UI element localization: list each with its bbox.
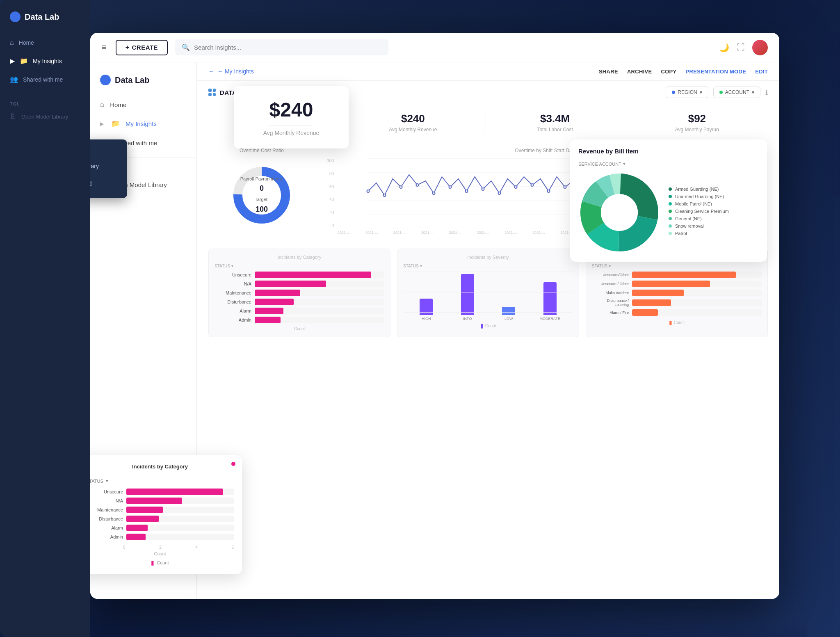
sidebar-item-myinsights[interactable]: ▶ 📁 My Insights [0, 52, 90, 70]
category-bar-chart: Unsecure N/A [215, 272, 384, 323]
bar-row-maintenance: Maintenance [215, 290, 384, 296]
copy-action[interactable]: COPY [661, 68, 677, 75]
archive-action[interactable]: ARCHIVE [627, 68, 652, 75]
presentation-action[interactable]: PRESENTATION MODE [686, 68, 746, 75]
sidebar-item-shared[interactable]: 👥 Shared with me [0, 70, 90, 89]
region-chevron-icon: ▾ [700, 89, 702, 95]
sidebar-divider-1 [0, 93, 90, 93]
legend-general: General (NE) [669, 216, 759, 221]
topbar: ≡ + CREATE 🔍 🌙 ⛶ [90, 33, 779, 62]
donut-label: Payroll Payrun Items: 0 Target: 100 [240, 176, 283, 215]
incidents-divider [90, 474, 234, 474]
type-bar-slaka: Slaka Incident [592, 290, 762, 296]
sidebar-myinsights[interactable]: ▶ 📁 My Insights [90, 114, 196, 133]
bar-label-na: N/A [215, 281, 251, 286]
sidebar-home-icon: ⌂ [100, 100, 104, 109]
browser-window: ≡ + CREATE 🔍 🌙 ⛶ Data Lab [90, 33, 779, 599]
inc-track-unsecure [126, 489, 234, 495]
legend-unarmed-label: Unarmed Guarding (NE) [675, 194, 724, 199]
type-label-5: Alarm / Fire [592, 311, 629, 315]
pie-legend: Armed Guarding (NE) Unarmed Guarding (NE… [669, 187, 759, 238]
incident-category-title: Incidents by Category [215, 255, 384, 260]
type-bar-unsecure-other: Unsecure/Other [592, 272, 762, 278]
dark-mode-icon[interactable]: 🌙 [719, 43, 729, 53]
pie-svg-wrap [578, 171, 660, 253]
type-fill-1 [632, 272, 736, 278]
payroll-items-label: Payroll Payrun Items: [240, 176, 283, 183]
pie-container: Armed Guarding (NE) Unarmed Guarding (NE… [578, 171, 759, 253]
create-button[interactable]: + CREATE [116, 40, 168, 55]
payroll-items-value: 0 [240, 183, 283, 194]
svg-point-33 [601, 194, 638, 231]
svg-point-14 [466, 190, 468, 192]
type-bar-disturbance: Disturbance / Loitering [592, 299, 762, 307]
type-track-3 [632, 290, 762, 296]
service-chevron-icon: ▾ [623, 161, 625, 167]
y-axis-100: 100 [327, 158, 334, 163]
app-name: Data Lab [25, 12, 59, 22]
sidebar-myinsights-label: My Insights [33, 58, 62, 64]
y-axis-60: 60 [329, 185, 334, 189]
inc-fill-na [126, 498, 182, 504]
plus-icon: + [126, 44, 130, 51]
inc-bar-disturbance: Disturbance [90, 516, 234, 522]
svg-point-9 [383, 194, 386, 196]
severity-bar-info: INFO [449, 274, 487, 321]
sidebar-home[interactable]: ⌂ Home [90, 95, 196, 114]
kpi-labor-cost-value: $3.4M [493, 112, 618, 125]
share-action[interactable]: SHARE [599, 68, 618, 75]
hamburger-icon[interactable]: ≡ [102, 43, 107, 52]
info-icon[interactable]: ℹ [765, 89, 768, 96]
kpi-avg-monthly-value: $240 [350, 112, 475, 125]
x-axis-inc: 0 2 4 6 [90, 543, 234, 550]
category-status-label: STATUS ▾ [215, 264, 384, 268]
y-axis-0: 0 [331, 224, 334, 228]
inc-track-maintenance [126, 507, 234, 513]
sidebar-app-name: Data Lab [115, 75, 149, 85]
user-avatar[interactable] [752, 40, 768, 55]
overtime-chart-title: Overtime Cost Ratio [208, 148, 315, 153]
service-account-filter[interactable]: SERVICE ACCOUNT ▾ [578, 161, 759, 167]
sidebar-home-text: Home [110, 101, 126, 108]
legend-snow-label: Snow removal [675, 224, 704, 228]
sidebar-item-home[interactable]: ⌂ Home [0, 34, 90, 52]
inc-fill-disturbance [126, 516, 159, 522]
region-filter[interactable]: REGION ▾ [666, 87, 708, 98]
type-label-4: Disturbance / Loitering [592, 299, 629, 307]
target-label: Target: [240, 196, 283, 203]
sidebar-item-open-model[interactable]: 🗄 Open Model Library [0, 109, 90, 124]
inc-bar-admin: Admin [90, 534, 234, 540]
account-dot [719, 91, 723, 94]
svg-point-20 [564, 186, 566, 188]
account-filter[interactable]: ACCOUNT ▾ [713, 87, 760, 98]
svg-point-15 [482, 188, 484, 190]
incidents-legend: ▮ Count [90, 559, 234, 566]
floating-kpi-label: Avg Monthly Revenue [254, 130, 328, 136]
breadcrumb-actions: SHARE ARCHIVE COPY PRESENTATION MODE EDI… [599, 68, 768, 75]
y-axis-80: 80 [329, 171, 334, 176]
type-label-1: Unsecure/Other [592, 273, 629, 277]
legend-cleaning-label: Cleaning Service-Premium [675, 209, 729, 214]
fullscreen-icon[interactable]: ⛶ [737, 43, 745, 52]
breadcrumb-back[interactable]: ← ← My Insights [208, 68, 254, 75]
folder-icon: 📁 [20, 57, 28, 65]
type-label-2: Unsecure / Other [592, 282, 629, 286]
database-icon: 🗄 [10, 113, 16, 120]
legend-mobile: Mobile Patrol (NE) [669, 201, 759, 206]
edit-action[interactable]: EDIT [755, 68, 768, 75]
search-input[interactable] [194, 44, 382, 51]
bar-row-unsecure: Unsecure [215, 272, 384, 278]
status-filter-row[interactable]: STATUS ▾ [90, 478, 234, 484]
bar-label-admin: Admin [215, 317, 251, 322]
insights-chevron-icon: ▶ [10, 57, 15, 65]
svg-point-13 [449, 186, 452, 188]
bar-track-alarm [255, 308, 384, 314]
search-bar[interactable]: 🔍 [175, 39, 388, 55]
kpi-avg-payrun: $92 Avg Monthly Payrun [626, 112, 768, 132]
severity-bar-high: HIGH [407, 299, 445, 321]
type-bar-chart: Unsecure/Other Unsecure / Other [592, 272, 762, 316]
bar-track-admin [255, 317, 384, 323]
breadcrumb-bar: ← ← My Insights SHARE ARCHIVE COPY PRESE… [197, 62, 779, 81]
bar-label-maintenance: Maintenance [215, 290, 251, 295]
inc-fill-alarm [126, 525, 148, 531]
